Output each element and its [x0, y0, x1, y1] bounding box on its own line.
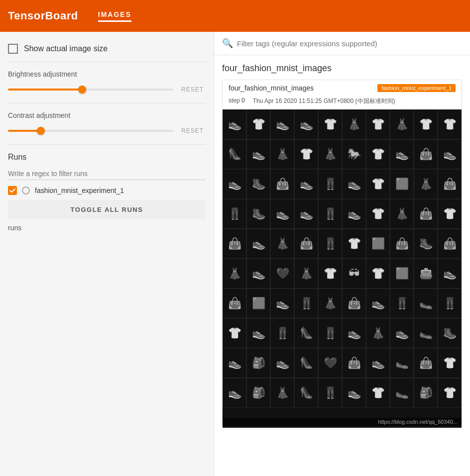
fashion-cell: 👟: [223, 348, 246, 378]
fashion-cell: 🥾: [246, 169, 270, 199]
fashion-cell: 👟: [342, 378, 366, 408]
fashion-cell: 🖤: [270, 259, 294, 288]
fashion-cell: 👖: [223, 199, 246, 229]
nav-images[interactable]: IMAGES: [98, 10, 131, 22]
fashion-cell: 🟫: [390, 169, 414, 199]
fashion-cell: 👟: [223, 109, 246, 139]
fashion-cell: 🥾: [414, 229, 438, 259]
fashion-cell: 👖: [294, 288, 318, 318]
image-card-title: four_fashion_mnist_images: [229, 84, 314, 92]
main-content: 🔍 four_fashion_mnist_images four_fashion…: [214, 32, 470, 476]
show-image-size-checkbox[interactable]: [8, 44, 18, 54]
fashion-cell: 🥾: [438, 318, 462, 348]
fashion-cell: 👜: [223, 229, 246, 259]
fashion-row: 👜🟫👟👖👗👜👟👖🥿👖: [223, 288, 462, 318]
show-image-size-label: Show actual image size: [24, 44, 108, 53]
fashion-cell: 👗: [318, 139, 342, 169]
fashion-cell: 👕: [318, 109, 342, 139]
show-image-size-row: Show actual image size: [8, 40, 206, 62]
fashion-cell: 👕: [294, 139, 318, 169]
fashion-cell: 🖤: [318, 348, 342, 378]
runs-filter-input[interactable]: [8, 168, 206, 180]
fashion-cell: 👖: [318, 378, 342, 408]
fashion-cell: 👗: [342, 109, 366, 139]
fashion-cell: 👟: [390, 318, 414, 348]
fashion-cell: 👖: [438, 288, 462, 318]
watermark: https://blog.csdn.net/qq_60340...: [223, 418, 462, 426]
image-card-header: four_fashion_mnist_images fashion_mnist_…: [223, 80, 462, 96]
fashion-cell: 🎒: [246, 348, 270, 378]
contrast-section: Contrast adjustment RESET: [8, 103, 206, 145]
fashion-cell: 👟: [270, 348, 294, 378]
fashion-cell: 👕: [366, 378, 390, 408]
contrast-thumb[interactable]: [37, 127, 45, 135]
fashion-cell: 👟: [342, 199, 366, 229]
fashion-row: 👜👟👗👜👖👕🟫👜🥾👜: [223, 229, 462, 259]
fashion-cell: 👖: [318, 318, 342, 348]
fashion-cell: 🥿: [414, 318, 438, 348]
fashion-row: 👟👕👟👟👕👗👕👗👕👕: [223, 109, 462, 139]
runs-title: Runs: [8, 153, 206, 162]
filter-bar: 🔍: [214, 32, 470, 55]
main-layout: Show actual image size Brightness adjust…: [0, 32, 470, 476]
fashion-cell: 👟: [366, 348, 390, 378]
run-item: fashion_mnist_experiment_1: [8, 186, 206, 195]
fashion-cell: 👟: [438, 139, 462, 169]
fashion-cell: 🕶: [342, 259, 366, 288]
fashion-cell: 👛: [414, 259, 438, 288]
contrast-fill: [8, 130, 41, 132]
image-card: four_fashion_mnist_images fashion_mnist_…: [222, 80, 462, 426]
filter-tags-input[interactable]: [237, 39, 462, 48]
brightness-label: Brightness adjustment: [8, 70, 206, 78]
fashion-cell: 👕: [366, 139, 390, 169]
fashion-cell: 👗: [390, 109, 414, 139]
fashion-cell: 👟: [270, 288, 294, 318]
fashion-cell: 👖: [318, 169, 342, 199]
fashion-row: 👠👟👗👕👗🐎👕👟👜👟: [223, 139, 462, 169]
run-checkbox[interactable]: [8, 186, 17, 195]
contrast-slider[interactable]: [8, 126, 173, 136]
fashion-cell: 👖: [318, 229, 342, 259]
fashion-cell: 👗: [294, 259, 318, 288]
brightness-slider-row: RESET: [8, 84, 206, 95]
fashion-cell: 👕: [438, 109, 462, 139]
runs-link[interactable]: runs: [8, 224, 21, 232]
toggle-all-runs-button[interactable]: TOGGLE ALL RUNS: [8, 200, 206, 219]
fashion-cell: 👜: [270, 169, 294, 199]
fashion-cell: 👗: [270, 378, 294, 408]
image-panel: four_fashion_mnist_images four_fashion_m…: [214, 55, 470, 476]
fashion-cell: 👜: [414, 348, 438, 378]
runs-section: Runs fashion_mnist_experiment_1 TOGGLE A…: [8, 145, 206, 240]
fashion-cell: 🟫: [366, 229, 390, 259]
fashion-cell: 👜: [414, 199, 438, 229]
brightness-thumb[interactable]: [78, 86, 86, 94]
fashion-cell: 👗: [414, 169, 438, 199]
fashion-cell: 🥿: [390, 378, 414, 408]
fashion-cell: 👠: [294, 318, 318, 348]
fashion-cell: 🐎: [342, 139, 366, 169]
fashion-cell: 🟫: [246, 288, 270, 318]
fashion-cell: 👟: [246, 259, 270, 288]
fashion-cell: 👟: [294, 169, 318, 199]
sidebar: Show actual image size Brightness adjust…: [0, 32, 214, 476]
brightness-reset-button[interactable]: RESET: [179, 84, 206, 95]
fashion-cell: 👟: [270, 109, 294, 139]
fashion-cell: 👕: [366, 109, 390, 139]
fashion-cell: 👕: [318, 259, 342, 288]
fashion-mnist-grid: 👟👕👟👟👕👗👕👗👕👕👠👟👗👕👗🐎👕👟👜👟👟🥾👜👟👖👟👕🟫👗👜👖🥾👟👟👖👟👕👗👜👕…: [223, 109, 462, 428]
contrast-reset-button[interactable]: RESET: [179, 125, 206, 136]
fashion-cell: 👟: [342, 169, 366, 199]
step-value: 0: [241, 97, 245, 104]
fashion-cell: 👗: [270, 139, 294, 169]
fashion-cell: 👖: [390, 288, 414, 318]
search-icon: 🔍: [222, 38, 233, 49]
fashion-cell: 👕: [366, 259, 390, 288]
brightness-slider[interactable]: [8, 85, 173, 95]
step-label: step: [229, 97, 240, 104]
brightness-fill: [8, 89, 82, 91]
fashion-cell: 👜: [390, 229, 414, 259]
experiment-badge: fashion_mnist_experiment_1: [377, 84, 456, 92]
contrast-label: Contrast adjustment: [8, 111, 206, 119]
fashion-cell: 👠: [294, 378, 318, 408]
fashion-cell: 👗: [390, 199, 414, 229]
